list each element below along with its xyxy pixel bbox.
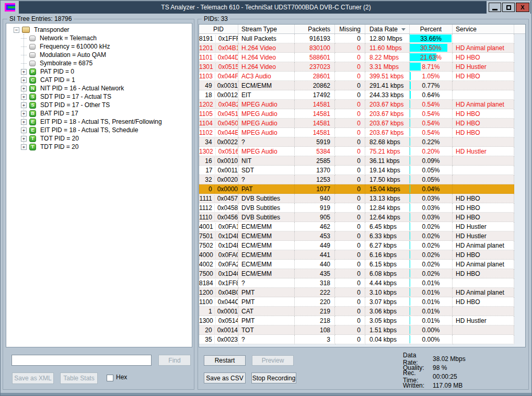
- search-input[interactable]: [11, 355, 152, 366]
- column-header-stream-type[interactable]: Stream Type: [238, 25, 295, 33]
- si-tree-view[interactable]: −TransponderNetwork = TelemachFrequency …: [6, 23, 192, 347]
- restart-button[interactable]: Restart: [204, 355, 246, 366]
- table-row[interactable]: 10x0001CAT21903.06 kbps0.01%: [199, 307, 525, 316]
- tree-item[interactable]: Frequency = 610000 kHz: [7, 42, 191, 51]
- table-row[interactable]: 12020x04B2MPEG Audio145810203.67 kbps0.5…: [199, 100, 525, 109]
- packets-cell: 1077: [295, 184, 335, 194]
- maximize-icon: [506, 5, 511, 10]
- table-row[interactable]: 11040x0450MPEG Audio145810203.67 kbps0.5…: [199, 119, 525, 128]
- tree-item[interactable]: +BBAT PID = 17: [7, 109, 191, 118]
- column-header-percent[interactable]: Percent: [410, 25, 453, 33]
- table-row[interactable]: 40000x0FA0ECM/EMM44106.16 kbps0.02%HD HB…: [199, 250, 525, 260]
- maximize-button[interactable]: [502, 3, 515, 12]
- table-row[interactable]: 81840x1FF8?31804.44 kbps0.01%: [199, 278, 525, 288]
- tree-item[interactable]: +EEIT PID = 18 - Actual TS, Schedule: [7, 126, 191, 134]
- table-row[interactable]: 320x0020?1253017.50 kbps0.05%: [199, 175, 525, 184]
- expand-icon[interactable]: +: [21, 102, 27, 108]
- save-as-xml-button[interactable]: Save as XML: [12, 372, 54, 384]
- column-header-service[interactable]: Service: [453, 25, 514, 33]
- hex-checkbox[interactable]: [107, 375, 113, 381]
- tree-item[interactable]: +CCAT PID = 1: [7, 76, 191, 84]
- table-row[interactable]: 11020x044EMPEG Audio145810203.67 kbps0.5…: [199, 128, 525, 137]
- percent-bar: [410, 185, 410, 193]
- packets-cell: 919: [295, 203, 335, 213]
- pid-table-header: PID Stream Type Packets Missing Data Rat…: [199, 25, 525, 34]
- table-row[interactable]: 13010x0515H.264 Video23702303.31 Mbps8.7…: [199, 62, 525, 72]
- tree-item[interactable]: Network = Telemach: [7, 34, 191, 42]
- tree-item[interactable]: +NNIT PID = 16 - Actual Network: [7, 84, 191, 92]
- percent-text: 0.01%: [422, 308, 440, 315]
- table-row[interactable]: 11030x044FAC3 Audio286010399.51 kbps1.05…: [199, 72, 525, 81]
- column-header-missing[interactable]: Missing: [335, 25, 365, 33]
- pid-hex: 0x04B1: [216, 44, 238, 52]
- table-row[interactable]: 11100x0456DVB Subtitles905012.64 kbps0.0…: [199, 213, 525, 222]
- table-row[interactable]: 350x0023?300.04 kbps0.00%: [199, 335, 525, 344]
- table-row[interactable]: 40010x0FA1ECM/EMM46206.45 kbps0.02%HD Hu…: [199, 222, 525, 231]
- missing-cell: 0: [335, 100, 365, 109]
- expand-icon[interactable]: +: [21, 144, 27, 150]
- table-row[interactable]: 75000x1D4CECM/EMM43506.08 kbps0.02%HD HB…: [199, 269, 525, 278]
- table-row[interactable]: 160x0010NIT2585036.11 kbps0.09%: [199, 156, 525, 166]
- expand-icon[interactable]: +: [21, 119, 27, 125]
- minimize-button[interactable]: [489, 3, 501, 12]
- expand-icon[interactable]: +: [21, 77, 27, 83]
- data-rate-cell: 6.33 kbps: [365, 231, 410, 241]
- tree-item[interactable]: +SSDT PID = 17 - Other TS: [7, 101, 191, 109]
- save-as-csv-button[interactable]: Save as CSV: [204, 372, 246, 383]
- stream-type-cell: EIT: [238, 90, 295, 100]
- preview-button[interactable]: Preview: [252, 355, 294, 366]
- collapse-icon[interactable]: −: [14, 27, 19, 33]
- expand-icon[interactable]: +: [21, 111, 27, 117]
- tree-item[interactable]: +SSDT PID = 17 - Actual TS: [7, 92, 191, 101]
- expand-icon[interactable]: +: [21, 94, 27, 100]
- table-row[interactable]: 81910x1FFFNull Packets916193012.80 Mbps3…: [199, 34, 525, 43]
- table-stats-button[interactable]: Table Stats: [60, 372, 98, 384]
- pid-cell: 11050x0451: [199, 109, 238, 119]
- table-row[interactable]: 75020x1D4EECM/EMM44906.27 kbps0.02%HD An…: [199, 241, 525, 250]
- table-row[interactable]: 180x0012EIT174920244.33 kbps0.64%: [199, 90, 525, 100]
- expand-icon[interactable]: +: [21, 136, 27, 142]
- stop-recording-button[interactable]: Stop Recording: [251, 372, 296, 383]
- expand-icon[interactable]: +: [21, 127, 27, 133]
- table-row[interactable]: 11120x0458DVB Subtitles919012.84 kbps0.0…: [199, 203, 525, 213]
- table-row[interactable]: 12010x04B1H.264 Video830100011.60 Mbps30…: [199, 43, 525, 53]
- tree-item[interactable]: +PPAT PID = 0: [7, 67, 191, 76]
- column-header-data-rate[interactable]: Data Rate: [365, 25, 410, 33]
- stream-type-cell: H.264 Video: [238, 53, 295, 62]
- data-rate-cell: 6.08 kbps: [365, 269, 410, 278]
- close-button[interactable]: X: [516, 3, 529, 12]
- tree-item[interactable]: Modulation = Auto QAM: [7, 51, 191, 59]
- column-header-pid[interactable]: PID: [199, 25, 238, 33]
- expand-icon[interactable]: +: [21, 69, 27, 75]
- table-row[interactable]: 11000x044CPMT22003.07 kbps0.01%HD HBO: [199, 297, 525, 307]
- table-row[interactable]: 12000x04B0PMT22203.10 kbps0.01%HD Animal…: [199, 288, 525, 297]
- table-row[interactable]: 40020x0FA2ECM/EMM44006.15 kbps0.02%HD An…: [199, 260, 525, 269]
- column-header-packets[interactable]: Packets: [295, 25, 335, 33]
- table-row[interactable]: 00x0000PAT1077015.04 kbps0.04%: [199, 184, 525, 194]
- tree-item[interactable]: Symbolrate = 6875: [7, 59, 191, 67]
- percent-bar: [410, 63, 421, 71]
- table-row[interactable]: 170x0011SDT1370019.14 kbps0.05%: [199, 166, 525, 175]
- table-row[interactable]: 11010x044DH.264 Video58860108.22 Mbps21.…: [199, 53, 525, 62]
- table-row[interactable]: 200x0014TOT10801.51 kbps0.00%: [199, 325, 525, 335]
- table-row[interactable]: 340x0022?5919082.68 kbps0.22%: [199, 137, 525, 147]
- table-row[interactable]: 11110x0457DVB Subtitles940013.13 kbps0.0…: [199, 194, 525, 203]
- table-row[interactable]: 13000x0514PMT21803.05 kbps0.01%HD Hustle…: [199, 316, 525, 325]
- find-button[interactable]: Find: [158, 355, 191, 366]
- table-row[interactable]: 13020x0516MPEG Audio5384075.21 kbps0.20%…: [199, 147, 525, 156]
- service-cell: HD HBO: [453, 269, 514, 278]
- percent-text: 0.01%: [422, 289, 440, 296]
- table-row[interactable]: 11050x0451MPEG Audio145810203.67 kbps0.5…: [199, 109, 525, 119]
- tree-item[interactable]: −Transponder: [7, 26, 191, 34]
- table-row[interactable]: 75010x1D4DECM/EMM45306.33 kbps0.02%HD Hu…: [199, 231, 525, 241]
- tree-item[interactable]: +EEIT PID = 18 - Actual TS, Present/Foll…: [7, 118, 191, 126]
- stream-type-cell: AC3 Audio: [238, 72, 295, 81]
- pid-decimal: 1103: [199, 73, 215, 80]
- filler-cell: [514, 137, 525, 147]
- tree-item[interactable]: +TTOT PID = 20: [7, 134, 191, 143]
- stream-type-cell: MPEG Audio: [238, 128, 295, 137]
- expand-icon[interactable]: +: [21, 86, 27, 91]
- table-row[interactable]: 490x0031ECM/EMM208620291.41 kbps0.77%: [199, 81, 525, 90]
- tree-item[interactable]: +TTDT PID = 20: [7, 143, 191, 151]
- filler-cell: [514, 100, 525, 109]
